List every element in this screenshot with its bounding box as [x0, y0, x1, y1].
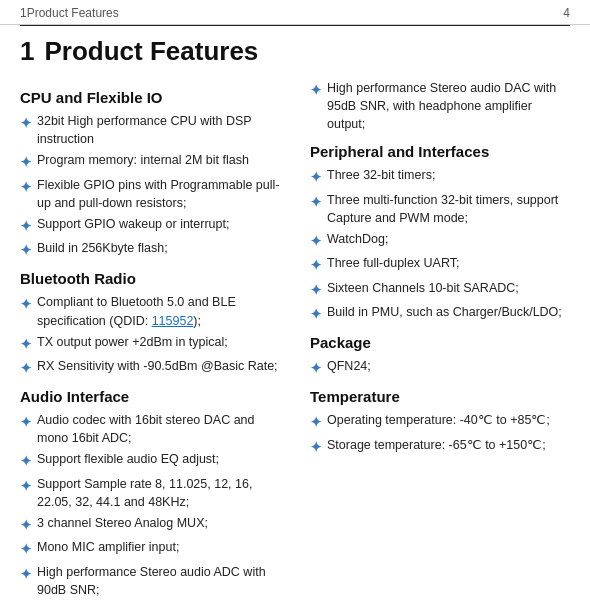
bullet-icon: ✦	[20, 216, 32, 236]
list-item: ✦Support flexible audio EQ adjust;	[20, 450, 280, 471]
bullet-icon: ✦	[310, 280, 322, 300]
list-item: ✦TX output power +2dBm in typical;	[20, 333, 280, 354]
list-item: ✦QFN24;	[310, 357, 570, 378]
bullet-icon: ✦	[310, 358, 322, 378]
bullet-icon: ✦	[310, 231, 322, 251]
list-item: ✦3 channel Stereo Analog MUX;	[20, 514, 280, 535]
audio-cont-list: ✦High performance Stereo audio DAC with …	[310, 79, 570, 133]
page-title-row: 1 Product Features	[0, 26, 590, 69]
bullet-icon: ✦	[310, 192, 322, 212]
section-title-temperature: Temperature	[310, 388, 570, 405]
bullet-icon: ✦	[20, 113, 32, 133]
bullet-icon: ✦	[20, 564, 32, 584]
list-item: ✦Build in PMU, such as Charger/Buck/LDO;	[310, 303, 570, 324]
bullet-icon: ✦	[310, 437, 322, 457]
list-item: ✦Compliant to Bluetooth 5.0 and BLE spec…	[20, 293, 280, 329]
bullet-icon: ✦	[20, 476, 32, 496]
header-left: 1Product Features	[20, 6, 119, 20]
list-item: ✦Three multi-function 32-bit timers, sup…	[310, 191, 570, 227]
list-item: ✦32bit High performance CPU with DSP ins…	[20, 112, 280, 148]
bullet-icon: ✦	[20, 539, 32, 559]
bullet-icon: ✦	[310, 304, 322, 324]
bullet-icon: ✦	[20, 451, 32, 471]
list-item: ✦Mono MIC amplifier input;	[20, 538, 280, 559]
list-item: ✦Three 32-bit timers;	[310, 166, 570, 187]
package-list: ✦QFN24;	[310, 357, 570, 378]
list-item: ✦Flexible GPIO pins with Programmable pu…	[20, 176, 280, 212]
list-item: ✦RX Sensitivity with -90.5dBm @Basic Rat…	[20, 357, 280, 378]
bullet-icon: ✦	[20, 358, 32, 378]
bullet-icon: ✦	[20, 240, 32, 260]
list-item: ✦Sixteen Channels 10-bit SARADC;	[310, 279, 570, 300]
list-item: ✦High performance Stereo audio DAC with …	[310, 79, 570, 133]
page-title-number: 1	[20, 36, 34, 67]
bullet-icon: ✦	[310, 167, 322, 187]
bullet-icon: ✦	[20, 334, 32, 354]
list-item: ✦Support Sample rate 8, 11.025, 12, 16, …	[20, 475, 280, 511]
header-right: 4	[563, 6, 570, 20]
page-title: Product Features	[44, 36, 258, 67]
list-item: ✦Operating temperature: -40℃ to +85℃;	[310, 411, 570, 432]
bluetooth-list: ✦Compliant to Bluetooth 5.0 and BLE spec…	[20, 293, 280, 378]
list-item: ✦Storage temperature: -65℃ to +150℃;	[310, 436, 570, 457]
list-item: ✦Support GPIO wakeup or interrupt;	[20, 215, 280, 236]
qdid-link[interactable]: 115952	[152, 314, 194, 328]
list-item: ✦Build in 256Kbyte flash;	[20, 239, 280, 260]
section-title-peripheral: Peripheral and Interfaces	[310, 143, 570, 160]
bullet-icon: ✦	[20, 412, 32, 432]
bullet-icon: ✦	[20, 294, 32, 314]
page-content: CPU and Flexible IO ✦32bit High performa…	[0, 69, 590, 612]
section-title-audio: Audio Interface	[20, 388, 280, 405]
bullet-icon: ✦	[310, 80, 322, 100]
temperature-list: ✦Operating temperature: -40℃ to +85℃; ✦S…	[310, 411, 570, 457]
bullet-icon: ✦	[20, 515, 32, 535]
bullet-icon: ✦	[20, 152, 32, 172]
section-title-bluetooth: Bluetooth Radio	[20, 270, 280, 287]
bullet-icon: ✦	[310, 255, 322, 275]
list-item: ✦WatchDog;	[310, 230, 570, 251]
list-item: ✦High performance Stereo audio ADC with …	[20, 563, 280, 599]
right-column: ✦High performance Stereo audio DAC with …	[300, 79, 570, 605]
audio-list: ✦Audio codec with 16bit stereo DAC and m…	[20, 411, 280, 599]
section-title-package: Package	[310, 334, 570, 351]
section-title-cpu: CPU and Flexible IO	[20, 89, 280, 106]
peripheral-list: ✦Three 32-bit timers; ✦Three multi-funct…	[310, 166, 570, 324]
bullet-icon: ✦	[20, 177, 32, 197]
page-header: 1Product Features 4	[0, 0, 590, 25]
list-item: ✦Program memory: internal 2M bit flash	[20, 151, 280, 172]
list-item: ✦Three full-duplex UART;	[310, 254, 570, 275]
list-item: ✦Audio codec with 16bit stereo DAC and m…	[20, 411, 280, 447]
cpu-list: ✦32bit High performance CPU with DSP ins…	[20, 112, 280, 260]
bullet-icon: ✦	[310, 412, 322, 432]
left-column: CPU and Flexible IO ✦32bit High performa…	[20, 79, 290, 605]
